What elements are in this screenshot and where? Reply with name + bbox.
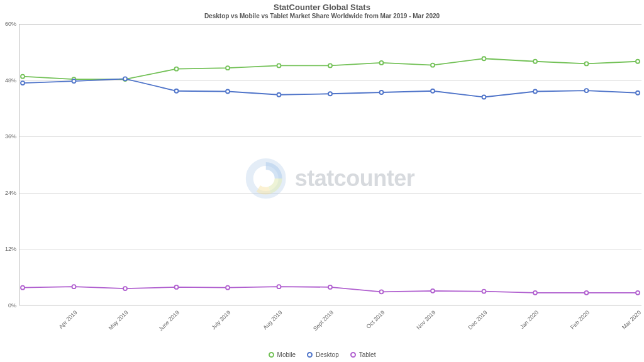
x-tick: Feb 2020 — [570, 309, 591, 331]
plot-area: statcounter 0%12%24%36%48%60%Apr 2019May… — [19, 24, 641, 305]
y-tick: 48% — [5, 77, 16, 84]
y-tick: 24% — [5, 190, 16, 196]
chart-container: StatCounter Global Stats Desktop vs Mobi… — [0, 0, 644, 362]
legend-label-tablet: Tablet — [359, 351, 376, 358]
legend-marker-tablet — [350, 352, 356, 358]
y-tick: 0% — [8, 302, 16, 309]
legend: Mobile Desktop Tablet — [0, 351, 644, 358]
legend-item-mobile: Mobile — [269, 351, 296, 358]
x-tick: June 2019 — [158, 309, 181, 332]
chart-subtitle: Desktop vs Mobile vs Tablet Market Share… — [0, 13, 644, 19]
y-tick: 60% — [5, 21, 16, 27]
x-tick: July 2019 — [211, 309, 232, 331]
x-tick: Apr 2019 — [58, 309, 79, 330]
x-tick: Oct 2019 — [365, 309, 386, 330]
x-tick: May 2019 — [108, 309, 130, 331]
legend-label-mobile: Mobile — [277, 351, 296, 358]
y-tick: 12% — [5, 246, 16, 252]
legend-marker-mobile — [269, 352, 274, 358]
legend-item-tablet: Tablet — [350, 351, 376, 358]
x-tick: Jan 2020 — [519, 309, 540, 330]
x-tick: Mar 2020 — [621, 309, 642, 331]
plot-border — [19, 24, 641, 305]
chart-title: StatCounter Global Stats — [0, 3, 644, 12]
x-tick: Dec 2019 — [467, 309, 488, 331]
legend-marker-desktop — [307, 352, 313, 358]
legend-label-desktop: Desktop — [316, 351, 339, 358]
x-tick: Aug 2019 — [262, 309, 283, 331]
y-tick: 36% — [5, 133, 16, 140]
legend-item-desktop: Desktop — [307, 351, 339, 358]
x-tick: Nov 2019 — [416, 309, 437, 331]
x-tick: Sept 2019 — [312, 309, 335, 332]
